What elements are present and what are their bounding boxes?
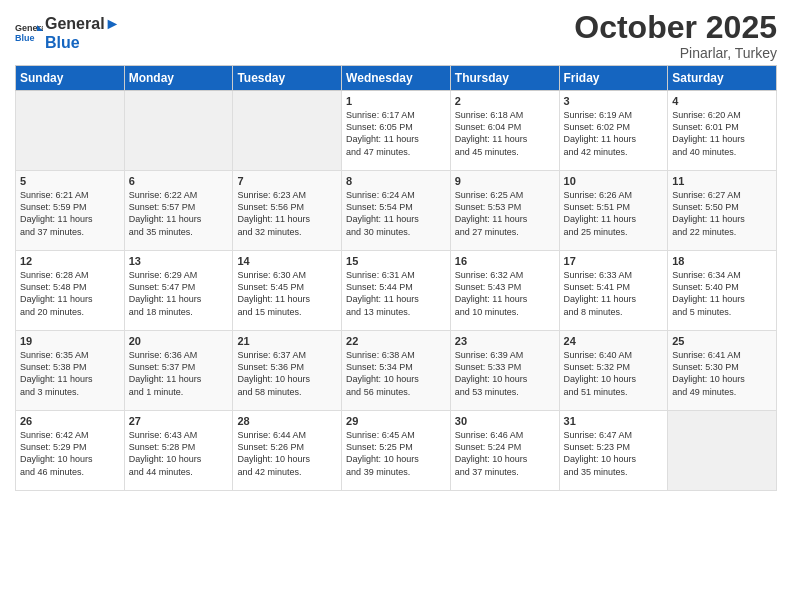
day-number: 29 [346,415,446,427]
day-number: 18 [672,255,772,267]
day-info: Sunrise: 6:30 AM Sunset: 5:45 PM Dayligh… [237,269,337,318]
day-info: Sunrise: 6:24 AM Sunset: 5:54 PM Dayligh… [346,189,446,238]
day-number: 12 [20,255,120,267]
day-info: Sunrise: 6:46 AM Sunset: 5:24 PM Dayligh… [455,429,555,478]
day-number: 9 [455,175,555,187]
calendar-table: Sunday Monday Tuesday Wednesday Thursday… [15,65,777,491]
day-number: 1 [346,95,446,107]
calendar-cell-4-2: 28Sunrise: 6:44 AM Sunset: 5:26 PM Dayli… [233,411,342,491]
day-info: Sunrise: 6:26 AM Sunset: 5:51 PM Dayligh… [564,189,664,238]
day-info: Sunrise: 6:38 AM Sunset: 5:34 PM Dayligh… [346,349,446,398]
day-number: 24 [564,335,664,347]
day-number: 5 [20,175,120,187]
day-number: 21 [237,335,337,347]
logo-text: General► Blue [45,14,120,52]
day-number: 27 [129,415,229,427]
calendar-cell-0-4: 2Sunrise: 6:18 AM Sunset: 6:04 PM Daylig… [450,91,559,171]
day-info: Sunrise: 6:36 AM Sunset: 5:37 PM Dayligh… [129,349,229,398]
day-info: Sunrise: 6:33 AM Sunset: 5:41 PM Dayligh… [564,269,664,318]
logo-icon: General Blue [15,19,43,47]
header: General Blue General► Blue October 2025 … [15,10,777,61]
calendar-cell-3-1: 20Sunrise: 6:36 AM Sunset: 5:37 PM Dayli… [124,331,233,411]
calendar-cell-1-3: 8Sunrise: 6:24 AM Sunset: 5:54 PM Daylig… [342,171,451,251]
day-number: 3 [564,95,664,107]
calendar-cell-0-5: 3Sunrise: 6:19 AM Sunset: 6:02 PM Daylig… [559,91,668,171]
calendar-cell-1-2: 7Sunrise: 6:23 AM Sunset: 5:56 PM Daylig… [233,171,342,251]
calendar-cell-4-4: 30Sunrise: 6:46 AM Sunset: 5:24 PM Dayli… [450,411,559,491]
logo-blue-text: Blue [45,33,120,52]
calendar-cell-2-2: 14Sunrise: 6:30 AM Sunset: 5:45 PM Dayli… [233,251,342,331]
logo-blue: ► [105,15,121,32]
calendar-week-1: 1Sunrise: 6:17 AM Sunset: 6:05 PM Daylig… [16,91,777,171]
logo: General Blue General► Blue [15,14,120,52]
day-number: 8 [346,175,446,187]
title-block: October 2025 Pinarlar, Turkey [574,10,777,61]
calendar-header-row: Sunday Monday Tuesday Wednesday Thursday… [16,66,777,91]
col-friday: Friday [559,66,668,91]
day-number: 2 [455,95,555,107]
day-info: Sunrise: 6:39 AM Sunset: 5:33 PM Dayligh… [455,349,555,398]
day-info: Sunrise: 6:31 AM Sunset: 5:44 PM Dayligh… [346,269,446,318]
day-number: 30 [455,415,555,427]
calendar-cell-1-5: 10Sunrise: 6:26 AM Sunset: 5:51 PM Dayli… [559,171,668,251]
day-info: Sunrise: 6:44 AM Sunset: 5:26 PM Dayligh… [237,429,337,478]
day-info: Sunrise: 6:21 AM Sunset: 5:59 PM Dayligh… [20,189,120,238]
month-title: October 2025 [574,10,777,45]
day-number: 15 [346,255,446,267]
day-info: Sunrise: 6:25 AM Sunset: 5:53 PM Dayligh… [455,189,555,238]
calendar-cell-2-4: 16Sunrise: 6:32 AM Sunset: 5:43 PM Dayli… [450,251,559,331]
calendar-cell-3-6: 25Sunrise: 6:41 AM Sunset: 5:30 PM Dayli… [668,331,777,411]
calendar-cell-2-1: 13Sunrise: 6:29 AM Sunset: 5:47 PM Dayli… [124,251,233,331]
col-monday: Monday [124,66,233,91]
day-info: Sunrise: 6:20 AM Sunset: 6:01 PM Dayligh… [672,109,772,158]
calendar-cell-3-5: 24Sunrise: 6:40 AM Sunset: 5:32 PM Dayli… [559,331,668,411]
day-info: Sunrise: 6:35 AM Sunset: 5:38 PM Dayligh… [20,349,120,398]
calendar-cell-1-0: 5Sunrise: 6:21 AM Sunset: 5:59 PM Daylig… [16,171,125,251]
calendar-cell-2-0: 12Sunrise: 6:28 AM Sunset: 5:48 PM Dayli… [16,251,125,331]
col-tuesday: Tuesday [233,66,342,91]
day-info: Sunrise: 6:28 AM Sunset: 5:48 PM Dayligh… [20,269,120,318]
calendar-cell-0-3: 1Sunrise: 6:17 AM Sunset: 6:05 PM Daylig… [342,91,451,171]
day-number: 13 [129,255,229,267]
col-sunday: Sunday [16,66,125,91]
day-number: 22 [346,335,446,347]
day-number: 4 [672,95,772,107]
day-number: 7 [237,175,337,187]
day-number: 16 [455,255,555,267]
calendar-week-5: 26Sunrise: 6:42 AM Sunset: 5:29 PM Dayli… [16,411,777,491]
day-info: Sunrise: 6:34 AM Sunset: 5:40 PM Dayligh… [672,269,772,318]
calendar-cell-1-1: 6Sunrise: 6:22 AM Sunset: 5:57 PM Daylig… [124,171,233,251]
day-info: Sunrise: 6:37 AM Sunset: 5:36 PM Dayligh… [237,349,337,398]
day-info: Sunrise: 6:40 AM Sunset: 5:32 PM Dayligh… [564,349,664,398]
day-number: 31 [564,415,664,427]
page-container: General Blue General► Blue October 2025 … [0,0,792,501]
calendar-cell-2-6: 18Sunrise: 6:34 AM Sunset: 5:40 PM Dayli… [668,251,777,331]
day-info: Sunrise: 6:29 AM Sunset: 5:47 PM Dayligh… [129,269,229,318]
day-info: Sunrise: 6:17 AM Sunset: 6:05 PM Dayligh… [346,109,446,158]
calendar-cell-0-0 [16,91,125,171]
day-number: 14 [237,255,337,267]
day-number: 6 [129,175,229,187]
col-wednesday: Wednesday [342,66,451,91]
day-number: 28 [237,415,337,427]
col-saturday: Saturday [668,66,777,91]
svg-text:Blue: Blue [15,33,35,43]
day-info: Sunrise: 6:45 AM Sunset: 5:25 PM Dayligh… [346,429,446,478]
day-info: Sunrise: 6:18 AM Sunset: 6:04 PM Dayligh… [455,109,555,158]
calendar-cell-3-0: 19Sunrise: 6:35 AM Sunset: 5:38 PM Dayli… [16,331,125,411]
day-number: 11 [672,175,772,187]
day-number: 26 [20,415,120,427]
day-info: Sunrise: 6:27 AM Sunset: 5:50 PM Dayligh… [672,189,772,238]
day-info: Sunrise: 6:32 AM Sunset: 5:43 PM Dayligh… [455,269,555,318]
calendar-cell-3-4: 23Sunrise: 6:39 AM Sunset: 5:33 PM Dayli… [450,331,559,411]
day-number: 25 [672,335,772,347]
calendar-week-2: 5Sunrise: 6:21 AM Sunset: 5:59 PM Daylig… [16,171,777,251]
calendar-cell-3-3: 22Sunrise: 6:38 AM Sunset: 5:34 PM Dayli… [342,331,451,411]
calendar-cell-2-3: 15Sunrise: 6:31 AM Sunset: 5:44 PM Dayli… [342,251,451,331]
calendar-cell-1-4: 9Sunrise: 6:25 AM Sunset: 5:53 PM Daylig… [450,171,559,251]
calendar-cell-1-6: 11Sunrise: 6:27 AM Sunset: 5:50 PM Dayli… [668,171,777,251]
calendar-cell-4-6 [668,411,777,491]
day-number: 17 [564,255,664,267]
col-thursday: Thursday [450,66,559,91]
calendar-cell-4-3: 29Sunrise: 6:45 AM Sunset: 5:25 PM Dayli… [342,411,451,491]
